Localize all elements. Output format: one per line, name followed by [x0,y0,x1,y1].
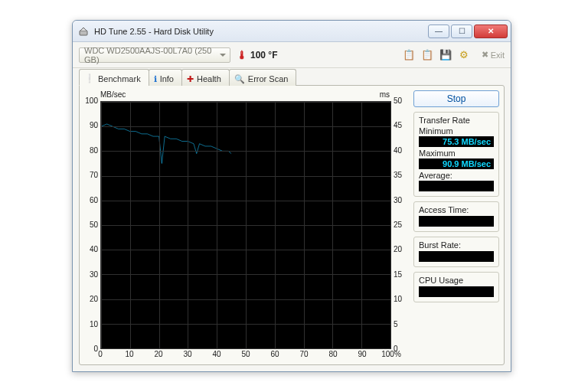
y-tick-right: 20 [394,245,407,253]
cpu-usage-value [419,286,494,297]
y-tick-left: 60 [84,196,98,204]
window-controls: — ☐ ✕ [426,24,508,38]
y-tick-right: 35 [394,171,407,179]
health-icon: ✚ [187,74,194,84]
minimum-value: 75.3 MB/sec [419,136,494,147]
x-tick: 60 [270,350,279,358]
y-tick-left: 80 [84,146,98,155]
tab-error-scan[interactable]: 🔍 Error Scan [229,69,297,86]
y-tick-left: 90 [84,121,98,129]
tab-label: Info [160,74,174,83]
y-tick-right: 25 [394,220,407,229]
burst-rate-label: Burst Rate: [419,240,494,250]
x-tick: 50 [241,350,250,358]
x-tick: 100% [381,350,401,358]
y-tick-right: 5 [394,320,407,328]
y-tick-left: 20 [84,295,98,303]
title-bar[interactable]: HD Tune 2.55 - Hard Disk Utility — ☐ ✕ [73,21,511,42]
chart-zone: MB/sec ms 010203040506070809010005101520… [84,90,407,360]
tab-info[interactable]: ℹ Info [149,69,182,86]
average-label: Average: [419,171,494,180]
app-window: HD Tune 2.55 - Hard Disk Utility — ☐ ✕ W… [72,20,511,372]
warn-icon: ❕ [84,74,95,83]
drive-select[interactable]: WDC WD2500AAJS-00L7A0 (250 GB) [79,47,230,63]
copy-screenshot-icon[interactable]: 📋 [420,48,434,62]
y-tick-left: 50 [84,220,98,229]
transfer-rate-group: Transfer Rate Minimum 75.3 MB/sec Maximu… [413,112,499,197]
x-tick: 40 [212,350,220,358]
svg-rect-0 [80,31,87,35]
y-tick-right: 30 [394,196,407,204]
y-tick-left: 70 [84,171,98,179]
y-tick-left: 30 [84,270,98,279]
save-icon[interactable]: 💾 [439,48,452,62]
x-tick: 10 [125,350,133,358]
access-time-label: Access Time: [419,205,494,214]
minimize-button[interactable]: — [428,24,449,38]
y-axis-left-label: MB/sec [100,90,126,99]
x-tick: 20 [154,350,162,358]
temperature-value: 100 °F [250,50,277,60]
x-tick: 0 [98,350,103,358]
tab-health[interactable]: ✚ Health [181,69,230,86]
burst-rate-value [419,251,494,262]
group-title: Transfer Rate [419,116,494,125]
burst-rate-group: Burst Rate: [413,237,499,267]
tab-label: Health [197,74,221,83]
average-value [419,181,494,191]
maximum-label: Maximum [419,149,494,158]
tab-label: Error Scan [248,74,289,83]
x-tick: 90 [358,350,366,358]
temperature-readout: 🌡 100 °F [237,49,277,61]
x-tick: 70 [299,350,308,358]
y-tick-right: 15 [394,270,407,279]
y-tick-right: 10 [394,295,407,303]
chart-area: MB/sec ms 010203040506070809010005101520… [84,90,407,360]
cpu-usage-label: CPU Usage [419,276,494,285]
maximum-value: 90.9 MB/sec [419,158,494,169]
y-axis-right-label: ms [380,90,390,99]
thermometer-icon: 🌡 [237,49,247,61]
stop-button[interactable]: Stop [413,90,499,107]
minimum-label: Minimum [419,126,494,136]
window-title: HD Tune 2.55 - Hard Disk Utility [94,27,214,36]
exit-icon: ✖ [482,50,488,60]
tab-label: Benchmark [98,74,141,83]
y-tick-right: 45 [394,121,407,129]
x-tick: 30 [183,350,191,358]
y-tick-right: 50 [394,96,407,105]
y-tick-left: 100 [84,96,98,105]
tab-benchmark[interactable]: ❕ Benchmark [79,69,149,86]
stop-label: Stop [447,93,466,104]
stats-column: Stop Transfer Rate Minimum 75.3 MB/sec M… [413,90,499,360]
drive-select-value: WDC WD2500AAJS-00L7A0 (250 GB) [84,46,227,64]
exit-label: Exit [491,51,505,60]
content-area: ❕ Benchmark ℹ Info ✚ Health 🔍 Error Scan… [73,68,511,371]
x-tick: 80 [328,350,337,358]
toolbar-icons: 📋 📋 💾 ⚙ ✖ Exit [402,48,505,62]
y-tick-left: 10 [84,320,98,328]
info-icon: ℹ [154,74,157,84]
y-tick-left: 40 [84,245,98,253]
y-tick-left: 0 [84,345,98,353]
y-tick-right: 40 [394,146,407,155]
plot-canvas [100,101,391,349]
close-button[interactable]: ✕ [474,24,508,38]
app-icon [77,25,90,38]
copy-text-icon[interactable]: 📋 [402,48,416,62]
magnifier-icon: 🔍 [234,74,245,84]
access-time-group: Access Time: [413,201,499,232]
maximize-button[interactable]: ☐ [451,24,472,38]
toolbar: WDC WD2500AAJS-00L7A0 (250 GB) 🌡 100 °F … [73,42,511,68]
tab-strip: ❕ Benchmark ℹ Info ✚ Health 🔍 Error Scan [79,69,505,86]
cpu-usage-group: CPU Usage [413,272,499,302]
options-icon[interactable]: ⚙ [457,48,471,62]
benchmark-panel: MB/sec ms 010203040506070809010005101520… [79,85,505,365]
exit-button[interactable]: ✖ Exit [482,50,505,60]
access-time-value [419,216,494,227]
